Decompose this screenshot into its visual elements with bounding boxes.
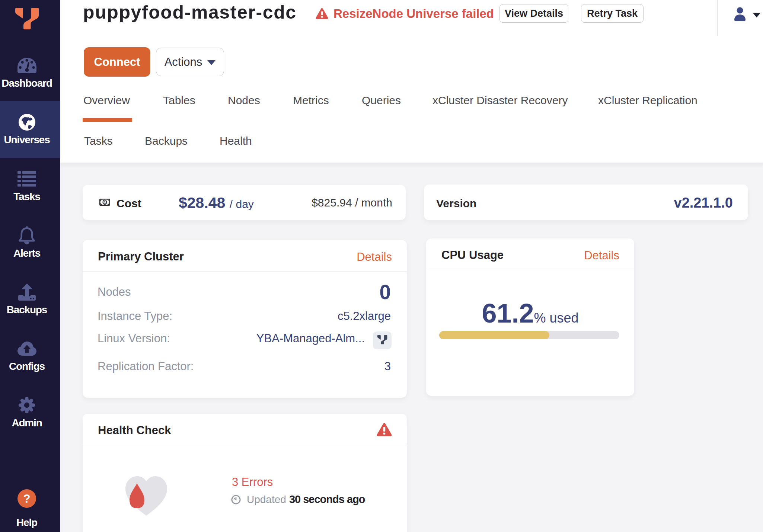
svg-text:?: ? (23, 492, 31, 505)
svg-text:1: 1 (104, 200, 106, 204)
